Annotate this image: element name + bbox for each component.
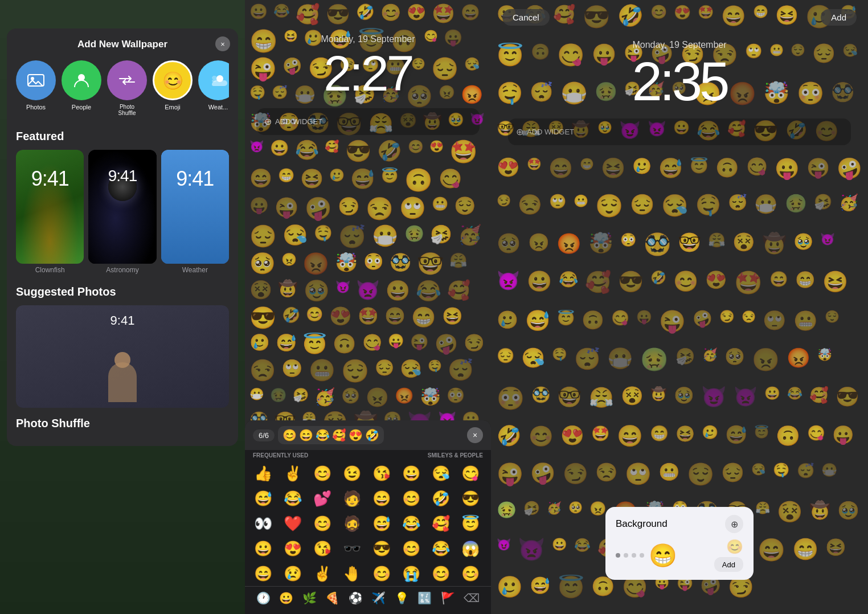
cancel-button[interactable]: Cancel (502, 9, 550, 26)
emoji-grid: 👍✌️😊😉😘😀😪😋😅😂💕🧑😄😊🤣😎👀❤️😊🧔😅😂🥰😇😀😍😘🕶️😎😊😂😱😄😢✌️🤚… (245, 461, 491, 586)
emoji-cell-31[interactable]: 😱 (457, 536, 484, 561)
emoji-cell-36[interactable]: 😊 (368, 561, 395, 586)
tooltip-add-button[interactable]: Add (714, 557, 743, 572)
emoji-cell-21[interactable]: 😂 (398, 511, 425, 536)
emoji-toolbar-food[interactable]: 🍕 (325, 591, 339, 605)
emoji-cell-13[interactable]: 😊 (398, 486, 425, 511)
add-wallpaper-modal: Add New Wallpaper × Photos People PhotoS… (7, 28, 238, 446)
emoji-cell-16[interactable]: 👀 (249, 511, 277, 536)
clownfish-time: 9:41 (16, 167, 84, 191)
emoji-clear-button[interactable]: × (467, 427, 483, 443)
emoji-toolbar-clock[interactable]: 🕐 (256, 591, 271, 605)
emoji-toolbar-backspace[interactable]: ⌫ (464, 591, 480, 605)
tooltip-dots (616, 553, 644, 558)
clownfish-label: Clownfish (16, 266, 84, 274)
emoji-cell-12[interactable]: 😄 (368, 486, 395, 511)
emoji-cell-23[interactable]: 😇 (457, 511, 484, 536)
tooltip-emoji-row: 😁 😊 Add (616, 539, 743, 572)
featured-section-title: Featured (16, 130, 229, 143)
tooltip-emoji-main[interactable]: 😁 (649, 542, 677, 569)
emoji-cell-11[interactable]: 🧑 (338, 486, 366, 511)
emoji-cell-22[interactable]: 🥰 (427, 511, 455, 536)
emoji-toolbar-activity[interactable]: ⚽ (349, 591, 363, 605)
tooltip-background-title: Background (616, 518, 668, 530)
emoji-cell-4[interactable]: 😘 (368, 461, 395, 486)
p3-widget[interactable]: ⊕ ADD WIDGET (508, 118, 851, 145)
emoji-cell-18[interactable]: 😊 (309, 511, 336, 536)
emoji-count-badge: 6/6 (253, 429, 275, 441)
emoji-cell-15[interactable]: 😎 (457, 486, 484, 511)
emoji-label: Emoji (165, 104, 181, 110)
emoji-toolbar-travel[interactable]: ✈️ (371, 591, 386, 605)
emoji-cell-35[interactable]: 🤚 (338, 561, 366, 586)
emoji-cell-8[interactable]: 😅 (249, 486, 277, 511)
suggested-photo-1[interactable]: 9:41 (16, 305, 229, 408)
featured-card-clownfish[interactable]: 9:41 Clownfish (16, 150, 84, 274)
astronomy-label: Astronomy (88, 266, 156, 274)
featured-card-astronomy[interactable]: 9:41 Astronomy (88, 150, 156, 274)
emoji-cell-25[interactable]: 😍 (279, 536, 306, 561)
emoji-cell-24[interactable]: 😀 (249, 536, 277, 561)
emoji-cell-20[interactable]: 😅 (368, 511, 395, 536)
selected-emoji-3[interactable]: 😂 (316, 428, 330, 442)
emoji-cell-38[interactable]: 😊 (427, 561, 455, 586)
tooltip-right-area: 😊 Add (714, 539, 743, 572)
selected-emoji-1[interactable]: 😊 (282, 428, 297, 442)
people-label: People (72, 104, 91, 110)
suggested-photos-title: Suggested Photos (16, 285, 229, 298)
weather-time: 9:41 (161, 167, 229, 191)
emoji-toolbar-symbols[interactable]: 🔣 (417, 591, 432, 605)
p3-widget-text: ADD WIDGET (527, 128, 574, 136)
suggested-photos-row: 9:41 (16, 305, 229, 408)
emoji-cell-29[interactable]: 😊 (398, 536, 425, 561)
selected-emoji-5[interactable]: 😍 (349, 428, 363, 442)
wallpaper-type-people[interactable]: People (62, 60, 101, 116)
emoji-cell-0[interactable]: 👍 (249, 461, 277, 486)
featured-card-weather[interactable]: 9:41 Weather (161, 150, 229, 274)
tooltip-dot-1 (616, 553, 620, 558)
emoji-cell-37[interactable]: 😭 (398, 561, 425, 586)
emoji-toolbar-flags[interactable]: 🚩 (441, 591, 455, 605)
emoji-toolbar-nature[interactable]: 🌿 (302, 591, 317, 605)
emoji-cell-2[interactable]: 😊 (309, 461, 336, 486)
emoji-cell-28[interactable]: 😎 (368, 536, 395, 561)
emoji-cell-3[interactable]: 😉 (338, 461, 366, 486)
emoji-cell-30[interactable]: 😂 (427, 536, 455, 561)
wallpaper-type-weather[interactable]: Weat... (198, 60, 229, 116)
emoji-cell-5[interactable]: 😀 (398, 461, 425, 486)
wallpaper-type-photo-shuffle[interactable]: PhotoShuffle (107, 60, 147, 116)
selected-emoji-4[interactable]: 🥰 (332, 428, 346, 442)
selected-emoji-2[interactable]: 😄 (299, 428, 313, 442)
emoji-cell-1[interactable]: ✌️ (279, 461, 306, 486)
tooltip-icon-button[interactable]: ⊕ (725, 515, 743, 533)
emoji-cell-27[interactable]: 🕶️ (338, 536, 366, 561)
emoji-toolbar-objects[interactable]: 💡 (395, 591, 409, 605)
tooltip-emoji-secondary[interactable]: 😊 (726, 539, 743, 555)
wallpaper-type-photos[interactable]: Photos (16, 60, 56, 116)
selected-emoji-6[interactable]: 🤣 (365, 428, 379, 442)
emoji-cell-39[interactable]: 😊 (457, 561, 484, 586)
modal-title: Add New Wallpaper (16, 39, 229, 50)
p2-widget[interactable]: ⊕ ADD WIDGET (256, 108, 480, 135)
emoji-cell-17[interactable]: ❤️ (279, 511, 306, 536)
add-button[interactable]: Add (821, 9, 857, 26)
panel-add-wallpaper: Add New Wallpaper × Photos People PhotoS… (0, 0, 245, 614)
modal-close-button[interactable]: × (215, 36, 230, 51)
emoji-cell-26[interactable]: 😘 (309, 536, 336, 561)
photo-shuffle-icon (107, 60, 147, 100)
wallpaper-type-emoji[interactable]: 😊 Emoji (153, 60, 193, 116)
photo-shuffle-label: PhotoShuffle (118, 104, 136, 116)
emoji-cell-6[interactable]: 😪 (427, 461, 455, 486)
emoji-cell-10[interactable]: 💕 (309, 486, 336, 511)
emoji-category-row: FREQUENTLY USED SMILEYS & PEOPLE (245, 450, 491, 461)
emoji-cell-19[interactable]: 🧔 (338, 511, 366, 536)
emoji-cell-9[interactable]: 😂 (279, 486, 306, 511)
emoji-cell-32[interactable]: 😄 (249, 561, 277, 586)
wallpaper-type-list: Photos People PhotoShuffle 😊 Emoji (16, 60, 229, 116)
emoji-cell-34[interactable]: ✌️ (309, 561, 336, 586)
emoji-cell-14[interactable]: 🤣 (427, 486, 455, 511)
emoji-toolbar-smiley[interactable]: 😀 (279, 591, 293, 605)
emoji-cell-7[interactable]: 😋 (457, 461, 484, 486)
emoji-cell-33[interactable]: 😢 (279, 561, 306, 586)
tooltip-title-row: Background ⊕ (616, 515, 743, 533)
